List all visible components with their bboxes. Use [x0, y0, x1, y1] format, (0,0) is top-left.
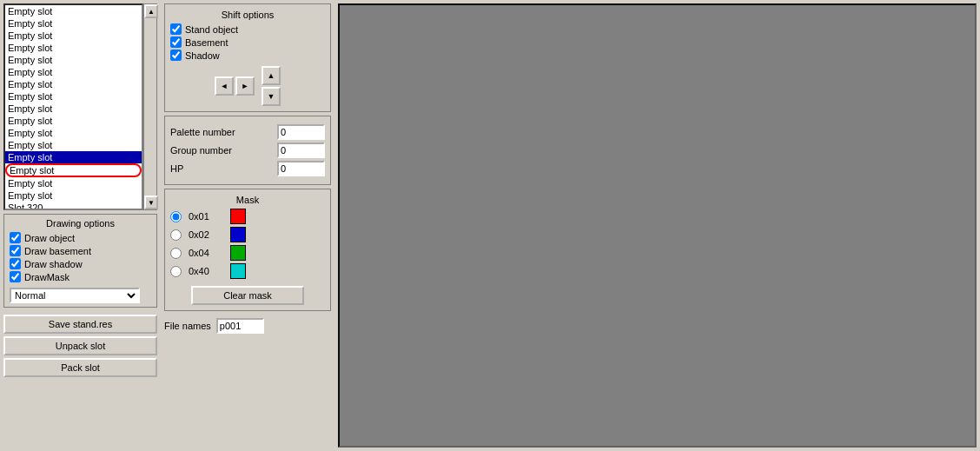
slot-list-item[interactable]: Empty slot: [5, 17, 142, 30]
scroll-track: [144, 18, 156, 196]
slot-list-item[interactable]: Empty slot: [5, 127, 142, 139]
file-names-input[interactable]: [216, 318, 264, 334]
scroll-down-button[interactable]: ▼: [144, 196, 158, 209]
mask-radio-0x02[interactable]: [170, 229, 182, 241]
basement-row: Basement: [170, 36, 325, 48]
slot-list-item[interactable]: Empty slot: [5, 54, 142, 66]
group-number-row: Group number: [170, 143, 325, 158]
bottom-buttons: Save stand.res Unpack slot Pack slot: [3, 315, 157, 377]
mask-color-0x40: [230, 263, 246, 279]
palette-number-label: Palette number: [170, 127, 240, 137]
mode-dropdown-row: Normal Additive Subtractive: [10, 288, 151, 303]
hp-label: HP: [170, 163, 240, 174]
shift-right-button[interactable]: ►: [235, 76, 255, 96]
draw-shadow-checkbox[interactable]: [10, 258, 21, 269]
mask-radio-0x01[interactable]: [170, 211, 182, 222]
mask-radio-0x40[interactable]: [170, 266, 182, 277]
shift-options-title: Shift options: [170, 10, 325, 20]
draw-object-row: Draw object: [10, 232, 151, 243]
shadow-checkbox[interactable]: [170, 50, 182, 61]
mask-title: Mask: [170, 195, 325, 205]
slot-list[interactable]: Empty slotEmpty slotEmpty slotEmpty slot…: [3, 3, 143, 210]
draw-object-label: Draw object: [24, 233, 75, 243]
canvas-area: [338, 3, 977, 448]
mask-row-0x01: 0x01: [170, 209, 325, 224]
slot-list-item[interactable]: Empty slot: [5, 177, 142, 189]
up-down-arrows: ▲ ▼: [262, 66, 281, 106]
unpack-slot-button[interactable]: Unpack slot: [3, 336, 157, 355]
clear-mask-button[interactable]: Clear mask: [191, 286, 304, 305]
drawing-options-section: Drawing options Draw object Draw basemen…: [3, 214, 157, 308]
mask-row-0x04: 0x04: [170, 245, 325, 261]
scroll-up-button[interactable]: ▲: [144, 4, 158, 18]
slot-list-item[interactable]: Empty slot: [5, 115, 142, 127]
draw-shadow-row: Draw shadow: [10, 258, 151, 269]
palette-number-input[interactable]: [277, 124, 325, 140]
slot-list-item[interactable]: Empty slot: [5, 42, 142, 54]
left-right-arrows: ◄ ►: [215, 76, 255, 96]
stand-object-label: Stand object: [185, 24, 238, 35]
mask-label-0x40: 0x40: [189, 266, 223, 276]
slot-list-item[interactable]: Empty slot: [5, 5, 142, 17]
left-panel: Empty slotEmpty slotEmpty slotEmpty slot…: [0, 0, 161, 451]
hp-row: HP: [170, 161, 325, 176]
shift-up-button[interactable]: ▲: [262, 66, 281, 85]
slot-list-item[interactable]: Empty slot: [5, 163, 142, 177]
file-names-label: File names: [164, 321, 211, 331]
mask-label-0x01: 0x01: [189, 211, 223, 222]
pack-slot-button[interactable]: Pack slot: [3, 358, 157, 377]
slot-list-item[interactable]: Empty slot: [5, 90, 142, 103]
draw-basement-checkbox[interactable]: [10, 245, 21, 256]
hp-input[interactable]: [277, 161, 325, 176]
slot-list-item[interactable]: Empty slot: [5, 66, 142, 78]
basement-label: Basement: [185, 37, 228, 48]
slot-list-item[interactable]: Empty slot: [5, 139, 142, 151]
middle-panel: Shift options Stand object Basement Shad…: [161, 0, 334, 451]
list-scrollbar[interactable]: ▲ ▼: [143, 3, 157, 210]
mask-section: Mask 0x01 0x02 0x04 0x40 Clear mask: [164, 189, 331, 311]
mask-label-0x04: 0x04: [189, 248, 223, 258]
mask-row-0x02: 0x02: [170, 227, 325, 242]
draw-shadow-label: Draw shadow: [24, 259, 83, 269]
shadow-row: Shadow: [170, 50, 325, 61]
stand-object-checkbox[interactable]: [170, 23, 182, 35]
slot-list-item[interactable]: Empty slot: [5, 103, 142, 115]
drawing-options-title: Drawing options: [10, 218, 151, 229]
mask-label-0x02: 0x02: [189, 229, 223, 240]
file-names-row: File names: [164, 318, 331, 334]
draw-mask-label: DrawMask: [24, 272, 70, 282]
slot-list-wrapper: Empty slotEmpty slotEmpty slotEmpty slot…: [3, 3, 157, 210]
shift-controls: ◄ ► ▲ ▼: [170, 66, 325, 106]
slot-list-item[interactable]: Empty slot: [5, 30, 142, 42]
shift-options-section: Shift options Stand object Basement Shad…: [164, 3, 331, 112]
draw-mask-checkbox[interactable]: [10, 271, 21, 282]
save-stand-res-button[interactable]: Save stand.res: [3, 315, 157, 334]
group-number-input[interactable]: [277, 143, 325, 158]
slot-list-item[interactable]: Empty slot: [5, 151, 142, 163]
mask-radio-0x04[interactable]: [170, 248, 182, 259]
shift-down-button[interactable]: ▼: [262, 87, 281, 106]
basement-checkbox[interactable]: [170, 36, 182, 48]
mask-color-0x02: [230, 227, 246, 242]
draw-mask-row: DrawMask: [10, 271, 151, 282]
group-number-label: Group number: [170, 145, 240, 156]
shadow-label: Shadow: [185, 50, 220, 61]
slot-list-item[interactable]: Empty slot: [5, 78, 142, 90]
draw-basement-label: Draw basement: [24, 246, 91, 256]
mask-row-0x40: 0x40: [170, 263, 325, 279]
number-fields-section: Palette number Group number HP: [164, 116, 331, 185]
mode-dropdown[interactable]: Normal Additive Subtractive: [10, 288, 140, 303]
slot-list-item[interactable]: Empty slot: [5, 189, 142, 202]
shift-left-button[interactable]: ◄: [215, 76, 234, 96]
draw-object-checkbox[interactable]: [10, 232, 21, 243]
mask-color-0x01: [230, 209, 246, 224]
stand-object-row: Stand object: [170, 23, 325, 35]
mask-color-0x04: [230, 245, 246, 261]
slot-list-item[interactable]: Slot 320: [5, 202, 142, 210]
draw-basement-row: Draw basement: [10, 245, 151, 256]
palette-number-row: Palette number: [170, 124, 325, 140]
